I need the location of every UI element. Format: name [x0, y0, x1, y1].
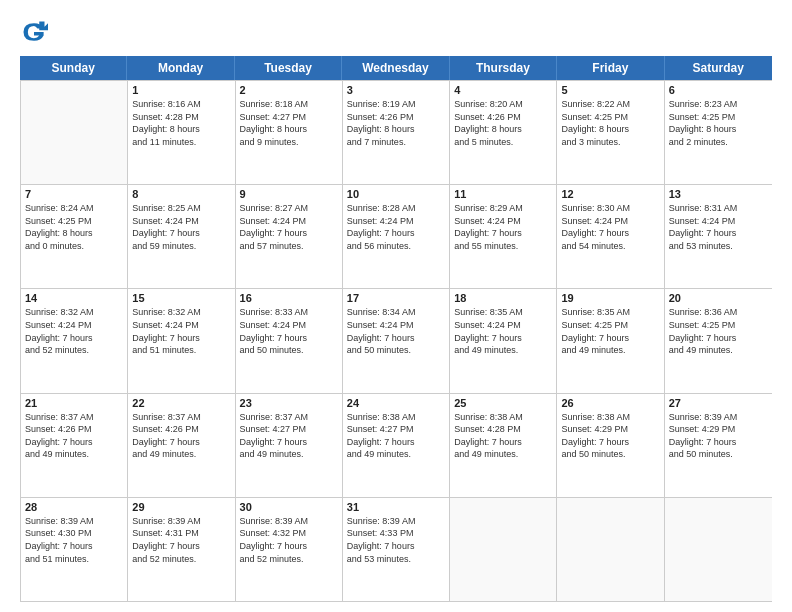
cell-info: Sunrise: 8:18 AM Sunset: 4:27 PM Dayligh… — [240, 98, 338, 148]
cell-info: Sunrise: 8:35 AM Sunset: 4:25 PM Dayligh… — [561, 306, 659, 356]
calendar-cell: 11Sunrise: 8:29 AM Sunset: 4:24 PM Dayli… — [450, 185, 557, 288]
day-number: 21 — [25, 397, 123, 409]
calendar-cell: 29Sunrise: 8:39 AM Sunset: 4:31 PM Dayli… — [128, 498, 235, 601]
day-number: 30 — [240, 501, 338, 513]
cell-info: Sunrise: 8:23 AM Sunset: 4:25 PM Dayligh… — [669, 98, 768, 148]
cell-info: Sunrise: 8:32 AM Sunset: 4:24 PM Dayligh… — [25, 306, 123, 356]
day-number: 12 — [561, 188, 659, 200]
calendar-cell: 13Sunrise: 8:31 AM Sunset: 4:24 PM Dayli… — [665, 185, 772, 288]
calendar-cell: 16Sunrise: 8:33 AM Sunset: 4:24 PM Dayli… — [236, 289, 343, 392]
cell-info: Sunrise: 8:24 AM Sunset: 4:25 PM Dayligh… — [25, 202, 123, 252]
day-number: 31 — [347, 501, 445, 513]
day-number: 1 — [132, 84, 230, 96]
day-number: 4 — [454, 84, 552, 96]
day-number: 13 — [669, 188, 768, 200]
cell-info: Sunrise: 8:39 AM Sunset: 4:32 PM Dayligh… — [240, 515, 338, 565]
calendar-cell: 2Sunrise: 8:18 AM Sunset: 4:27 PM Daylig… — [236, 81, 343, 184]
header-monday: Monday — [127, 56, 234, 80]
calendar-cell: 18Sunrise: 8:35 AM Sunset: 4:24 PM Dayli… — [450, 289, 557, 392]
cell-info: Sunrise: 8:36 AM Sunset: 4:25 PM Dayligh… — [669, 306, 768, 356]
day-number: 18 — [454, 292, 552, 304]
calendar-row-4: 28Sunrise: 8:39 AM Sunset: 4:30 PM Dayli… — [21, 497, 772, 601]
header-friday: Friday — [557, 56, 664, 80]
cell-info: Sunrise: 8:37 AM Sunset: 4:26 PM Dayligh… — [25, 411, 123, 461]
calendar-cell: 6Sunrise: 8:23 AM Sunset: 4:25 PM Daylig… — [665, 81, 772, 184]
cell-info: Sunrise: 8:33 AM Sunset: 4:24 PM Dayligh… — [240, 306, 338, 356]
cell-info: Sunrise: 8:31 AM Sunset: 4:24 PM Dayligh… — [669, 202, 768, 252]
cell-info: Sunrise: 8:19 AM Sunset: 4:26 PM Dayligh… — [347, 98, 445, 148]
calendar-cell: 24Sunrise: 8:38 AM Sunset: 4:27 PM Dayli… — [343, 394, 450, 497]
cell-info: Sunrise: 8:39 AM Sunset: 4:33 PM Dayligh… — [347, 515, 445, 565]
logo-icon — [20, 18, 48, 46]
day-number: 20 — [669, 292, 768, 304]
calendar-cell — [450, 498, 557, 601]
day-number: 15 — [132, 292, 230, 304]
day-number: 22 — [132, 397, 230, 409]
day-number: 17 — [347, 292, 445, 304]
day-number: 10 — [347, 188, 445, 200]
calendar-cell: 25Sunrise: 8:38 AM Sunset: 4:28 PM Dayli… — [450, 394, 557, 497]
day-number: 3 — [347, 84, 445, 96]
calendar-cell: 17Sunrise: 8:34 AM Sunset: 4:24 PM Dayli… — [343, 289, 450, 392]
cell-info: Sunrise: 8:38 AM Sunset: 4:28 PM Dayligh… — [454, 411, 552, 461]
calendar-cell — [665, 498, 772, 601]
calendar-cell — [21, 81, 128, 184]
cell-info: Sunrise: 8:38 AM Sunset: 4:27 PM Dayligh… — [347, 411, 445, 461]
cell-info: Sunrise: 8:29 AM Sunset: 4:24 PM Dayligh… — [454, 202, 552, 252]
calendar-cell: 9Sunrise: 8:27 AM Sunset: 4:24 PM Daylig… — [236, 185, 343, 288]
cell-info: Sunrise: 8:39 AM Sunset: 4:31 PM Dayligh… — [132, 515, 230, 565]
cell-info: Sunrise: 8:37 AM Sunset: 4:27 PM Dayligh… — [240, 411, 338, 461]
cell-info: Sunrise: 8:38 AM Sunset: 4:29 PM Dayligh… — [561, 411, 659, 461]
cell-info: Sunrise: 8:30 AM Sunset: 4:24 PM Dayligh… — [561, 202, 659, 252]
calendar-cell: 19Sunrise: 8:35 AM Sunset: 4:25 PM Dayli… — [557, 289, 664, 392]
cell-info: Sunrise: 8:20 AM Sunset: 4:26 PM Dayligh… — [454, 98, 552, 148]
cell-info: Sunrise: 8:37 AM Sunset: 4:26 PM Dayligh… — [132, 411, 230, 461]
calendar-cell: 5Sunrise: 8:22 AM Sunset: 4:25 PM Daylig… — [557, 81, 664, 184]
cell-info: Sunrise: 8:22 AM Sunset: 4:25 PM Dayligh… — [561, 98, 659, 148]
calendar-cell: 14Sunrise: 8:32 AM Sunset: 4:24 PM Dayli… — [21, 289, 128, 392]
day-number: 26 — [561, 397, 659, 409]
day-number: 16 — [240, 292, 338, 304]
day-number: 2 — [240, 84, 338, 96]
day-number: 14 — [25, 292, 123, 304]
cell-info: Sunrise: 8:25 AM Sunset: 4:24 PM Dayligh… — [132, 202, 230, 252]
day-number: 23 — [240, 397, 338, 409]
calendar-cell: 31Sunrise: 8:39 AM Sunset: 4:33 PM Dayli… — [343, 498, 450, 601]
calendar-header: Sunday Monday Tuesday Wednesday Thursday… — [20, 56, 772, 80]
calendar-row-1: 7Sunrise: 8:24 AM Sunset: 4:25 PM Daylig… — [21, 184, 772, 288]
day-number: 24 — [347, 397, 445, 409]
cell-info: Sunrise: 8:32 AM Sunset: 4:24 PM Dayligh… — [132, 306, 230, 356]
calendar: Sunday Monday Tuesday Wednesday Thursday… — [20, 56, 772, 602]
cell-info: Sunrise: 8:27 AM Sunset: 4:24 PM Dayligh… — [240, 202, 338, 252]
calendar-cell: 4Sunrise: 8:20 AM Sunset: 4:26 PM Daylig… — [450, 81, 557, 184]
day-number: 11 — [454, 188, 552, 200]
calendar-row-3: 21Sunrise: 8:37 AM Sunset: 4:26 PM Dayli… — [21, 393, 772, 497]
page: Sunday Monday Tuesday Wednesday Thursday… — [0, 0, 792, 612]
logo — [20, 18, 52, 46]
calendar-cell — [557, 498, 664, 601]
calendar-cell: 27Sunrise: 8:39 AM Sunset: 4:29 PM Dayli… — [665, 394, 772, 497]
calendar-cell: 22Sunrise: 8:37 AM Sunset: 4:26 PM Dayli… — [128, 394, 235, 497]
day-number: 6 — [669, 84, 768, 96]
calendar-cell: 10Sunrise: 8:28 AM Sunset: 4:24 PM Dayli… — [343, 185, 450, 288]
cell-info: Sunrise: 8:39 AM Sunset: 4:29 PM Dayligh… — [669, 411, 768, 461]
calendar-cell: 26Sunrise: 8:38 AM Sunset: 4:29 PM Dayli… — [557, 394, 664, 497]
cell-info: Sunrise: 8:16 AM Sunset: 4:28 PM Dayligh… — [132, 98, 230, 148]
calendar-cell: 20Sunrise: 8:36 AM Sunset: 4:25 PM Dayli… — [665, 289, 772, 392]
header-thursday: Thursday — [450, 56, 557, 80]
header-sunday: Sunday — [20, 56, 127, 80]
calendar-cell: 8Sunrise: 8:25 AM Sunset: 4:24 PM Daylig… — [128, 185, 235, 288]
calendar-row-0: 1Sunrise: 8:16 AM Sunset: 4:28 PM Daylig… — [21, 80, 772, 184]
header-tuesday: Tuesday — [235, 56, 342, 80]
day-number: 9 — [240, 188, 338, 200]
day-number: 28 — [25, 501, 123, 513]
calendar-cell: 21Sunrise: 8:37 AM Sunset: 4:26 PM Dayli… — [21, 394, 128, 497]
day-number: 19 — [561, 292, 659, 304]
cell-info: Sunrise: 8:35 AM Sunset: 4:24 PM Dayligh… — [454, 306, 552, 356]
day-number: 27 — [669, 397, 768, 409]
calendar-cell: 12Sunrise: 8:30 AM Sunset: 4:24 PM Dayli… — [557, 185, 664, 288]
day-number: 25 — [454, 397, 552, 409]
calendar-cell: 30Sunrise: 8:39 AM Sunset: 4:32 PM Dayli… — [236, 498, 343, 601]
calendar-row-2: 14Sunrise: 8:32 AM Sunset: 4:24 PM Dayli… — [21, 288, 772, 392]
day-number: 29 — [132, 501, 230, 513]
